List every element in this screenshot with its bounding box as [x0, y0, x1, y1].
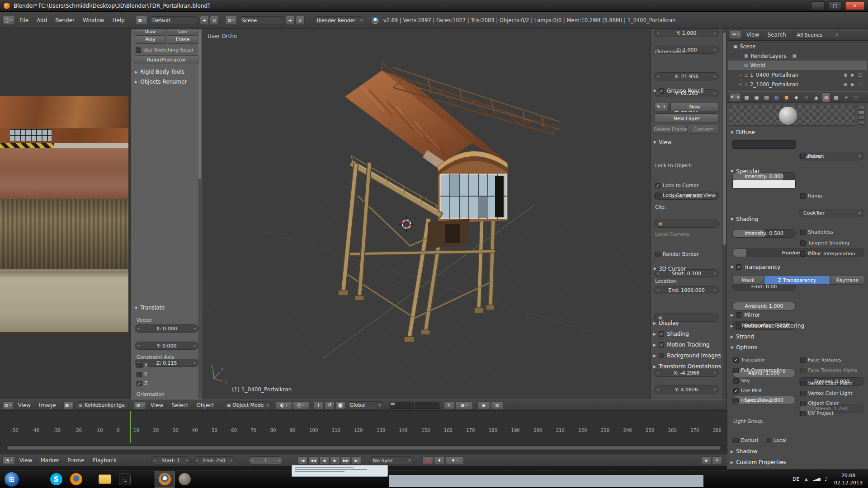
- manipulator-scale-toggle[interactable]: ▣: [335, 401, 345, 409]
- screen-layout-field[interactable]: Default: [148, 16, 199, 24]
- tangent-shading-checkbox[interactable]: Tangent Shading: [800, 240, 849, 246]
- gp-draw-button[interactable]: Draw: [135, 29, 166, 34]
- sync-select[interactable]: No Sync▾: [369, 456, 414, 465]
- manipulator-translate-toggle[interactable]: +: [314, 401, 324, 409]
- preview-sphere-button[interactable]: [858, 111, 864, 115]
- translate-y-field[interactable]: Y: 0.000: [135, 342, 198, 350]
- shadeless-checkbox[interactable]: Shadeless: [800, 229, 833, 235]
- taskbar-blender-icon[interactable]: [155, 471, 175, 488]
- gp-poly-button[interactable]: Poly: [135, 35, 166, 44]
- layers-widget-left[interactable]: [390, 402, 414, 409]
- ruler-protractor-button[interactable]: Ruler/Protractor: [135, 55, 198, 64]
- properties-tab[interactable]: ▤: [762, 92, 771, 102]
- cursor-y-field[interactable]: Y: 4.0826: [654, 385, 719, 394]
- timeline-menu-button[interactable]: ≡: [712, 456, 722, 465]
- viewport-menu-item[interactable]: View: [147, 402, 167, 409]
- lock-to-cursor-checkbox[interactable]: ✓Lock to Cursor: [655, 183, 698, 188]
- exclusive-checkbox[interactable]: Exclusi: [733, 437, 758, 443]
- specular-intensity-slider[interactable]: Intensity: 0.500: [732, 229, 796, 238]
- properties-tab[interactable]: ◍: [772, 92, 781, 102]
- screen-browse-button[interactable]: ▦▾: [136, 16, 147, 25]
- visibility-eye-icon[interactable]: ◉: [844, 82, 848, 87]
- properties-tab[interactable]: ◼: [782, 92, 791, 102]
- uv-image-editor[interactable]: [0, 29, 131, 399]
- taskbar-console-icon[interactable]: ›_: [115, 471, 135, 488]
- selectable-icon[interactable]: ▶: [851, 72, 855, 77]
- specular-panel-header[interactable]: ▼Specular: [731, 168, 760, 174]
- render-border-checkbox[interactable]: Render Border: [655, 251, 699, 257]
- viewport-menu-item[interactable]: Object: [193, 402, 218, 409]
- current-frame-line[interactable]: [130, 411, 131, 443]
- outliner-row-scene[interactable]: ▦Scene: [733, 42, 756, 51]
- selectable-icon[interactable]: ▶: [851, 82, 855, 87]
- transport-button[interactable]: ▶|: [352, 456, 362, 465]
- close-button[interactable]: ×: [845, 1, 864, 10]
- gp-new-button[interactable]: New: [670, 102, 719, 111]
- face-textures-checkbox[interactable]: Face Textures: [800, 357, 841, 363]
- sketch-sessions-checkbox[interactable]: Use Sketching Sessi: [136, 47, 193, 53]
- constraint-y-checkbox[interactable]: Y: [137, 371, 147, 377]
- info-menu-item[interactable]: Add: [33, 17, 51, 24]
- current-frame-field[interactable]: 1: [249, 456, 283, 465]
- transport-button[interactable]: ◀: [319, 456, 329, 465]
- properties-editor[interactable]: ≡▾ ▦▣▤◍◼◆▽▲●▩∗◌ ▼Diffuse Lambert▾ Intens…: [727, 91, 868, 469]
- layers-widget-right[interactable]: [415, 402, 439, 409]
- translate-panel-header[interactable]: ▼Translate: [135, 305, 165, 311]
- uv-editor-type-button[interactable]: ▤▾: [2, 401, 14, 409]
- scrollbar-thumb[interactable]: [198, 30, 201, 179]
- info-menu-item[interactable]: Window: [79, 17, 108, 24]
- lock-object-field[interactable]: ▣: [654, 219, 719, 228]
- grease-pencil-panel-header[interactable]: ▼✓Grease Pencil: [653, 88, 703, 94]
- properties-tab[interactable]: ▲: [812, 92, 821, 102]
- tray-expand-icon[interactable]: ▲: [805, 477, 807, 481]
- tool-shelf[interactable]: Draw Line Poly Erase Use Sketching Sessi…: [131, 29, 202, 399]
- viewport-editor-type-button[interactable]: ▧▾: [133, 401, 146, 409]
- renderable-camera-icon[interactable]: ▢: [858, 82, 862, 87]
- pivot-select[interactable]: ◎▾: [293, 401, 309, 409]
- motion-tracking-panel-header[interactable]: ▶✓Motion Tracking: [653, 342, 710, 348]
- shading-panel-header[interactable]: ▶✓Shading: [653, 331, 689, 337]
- frame-end-field[interactable]: End: 250: [193, 456, 235, 465]
- constraint-z-checkbox[interactable]: ✓Z: [137, 380, 148, 386]
- scale-y-field[interactable]: Y: 1.000: [654, 29, 719, 37]
- lock-camera-checkbox[interactable]: Lock Camera to View: [655, 192, 715, 198]
- specular-shader-select[interactable]: CookTorr▾: [799, 209, 864, 217]
- add-screen-button[interactable]: +: [200, 16, 209, 25]
- renderable-camera-icon[interactable]: ▢: [858, 72, 862, 77]
- properties-tab[interactable]: ◆: [792, 92, 801, 102]
- vertex-color-paint-checkbox[interactable]: Vertex Color Paint: [800, 380, 852, 386]
- snap-toggle[interactable]: ∩: [444, 401, 455, 409]
- outliner-menu-item[interactable]: View: [743, 31, 763, 38]
- taskbar-gimp-icon[interactable]: [175, 471, 194, 488]
- editor-type-button[interactable]: ⓘ▾: [2, 16, 15, 25]
- ambient-slider[interactable]: Ambient: 1.000: [732, 302, 796, 310]
- view-panel-header[interactable]: ▼View: [653, 139, 672, 145]
- material-preview[interactable]: [729, 105, 855, 126]
- preview-monkey-button[interactable]: [858, 121, 864, 125]
- properties-tab[interactable]: ▣: [752, 92, 761, 102]
- outliner-row-object-2[interactable]: +△2_1000_Portalkran: [739, 80, 798, 89]
- n-panel[interactable]: Y: 1.000 Z: 1.000 Dimensions: X: 21.956 …: [651, 29, 722, 399]
- scene-browse-button[interactable]: ▤▾: [225, 16, 237, 25]
- transparency-mask-button[interactable]: Mask: [732, 276, 764, 285]
- properties-tab[interactable]: ▽: [802, 92, 811, 102]
- properties-tab[interactable]: ▦: [742, 92, 751, 102]
- shadow-panel-header[interactable]: ▶Shadow: [731, 448, 758, 455]
- transport-button[interactable]: ▶: [330, 456, 340, 465]
- transparency-ztransp-button[interactable]: Z Transparency: [764, 276, 830, 285]
- timeline-editor-type-button[interactable]: ◔▾: [2, 456, 15, 465]
- mirror-panel-header[interactable]: ▶Mirror: [731, 312, 760, 318]
- snap-element-select[interactable]: ▦▾: [456, 401, 473, 409]
- options-panel-header[interactable]: ▼Options: [731, 344, 757, 351]
- preview-type-buttons[interactable]: [857, 105, 865, 126]
- face-textures-alpha-checkbox[interactable]: Face Textures Alpha: [800, 367, 857, 373]
- cursor-panel-header[interactable]: ▼3D Cursor: [653, 266, 686, 272]
- timeline-menu-item[interactable]: Marker: [37, 457, 62, 464]
- object-color-checkbox[interactable]: Object Color: [800, 400, 839, 406]
- outliner[interactable]: ☰▾ ViewSearch All Scenes▾ ▦Scene ▣Render…: [727, 29, 868, 91]
- info-menu-item[interactable]: Help: [108, 17, 128, 24]
- outliner-row-renderlayers[interactable]: ▣RenderLayers▣: [744, 51, 797, 61]
- image-name-field[interactable]: ▣Kohlebunker.tga: [75, 401, 129, 409]
- cursor-x-field[interactable]: X: -4.2968: [654, 369, 719, 377]
- cubic-interpolation-checkbox[interactable]: Cubic Interpolation: [800, 251, 855, 257]
